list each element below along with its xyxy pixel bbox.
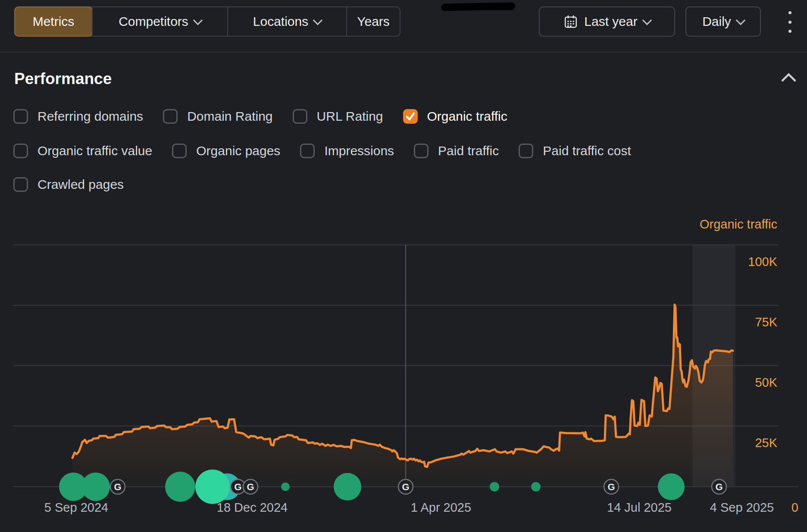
- tab-competitors-label: Competitors: [119, 14, 188, 29]
- google-update-marker[interactable]: [658, 473, 685, 500]
- google-badge-letter: G: [234, 482, 241, 492]
- metric-organic-traffic[interactable]: Organic traffic: [403, 109, 507, 124]
- metric-label: Impressions: [324, 144, 394, 158]
- metric-label: Organic traffic: [427, 109, 507, 124]
- analytics-screen: GGGGGG Organic traffic 100K75K50K25K05 S…: [0, 0, 807, 532]
- google-update-marker[interactable]: [165, 472, 195, 502]
- date-range-button[interactable]: Last year: [539, 6, 675, 37]
- metric-label: Crawled pages: [38, 177, 124, 192]
- chevron-down-icon: [736, 16, 746, 25]
- metric-paid-traffic[interactable]: Paid traffic: [414, 144, 499, 158]
- tab-years-label: Years: [357, 14, 390, 29]
- collapse-section-button[interactable]: [781, 73, 796, 84]
- granularity-button[interactable]: Daily: [685, 6, 761, 37]
- checkbox-unchecked[interactable]: [13, 177, 28, 192]
- metric-label: Organic traffic value: [38, 144, 152, 158]
- metric-label: Referring domains: [38, 109, 143, 124]
- chevron-down-icon: [193, 16, 203, 25]
- toolbar-divider: [0, 52, 807, 53]
- chevron-down-icon: [642, 16, 652, 25]
- google-badge-letter: G: [607, 482, 615, 492]
- metrics-row-1: Referring domains Domain Rating URL Rati…: [13, 109, 507, 124]
- metric-domain-rating[interactable]: Domain Rating: [163, 109, 272, 124]
- tab-metrics-label: Metrics: [33, 14, 75, 29]
- checkbox-unchecked[interactable]: [163, 109, 178, 124]
- metric-label: Paid traffic: [438, 144, 499, 158]
- metric-label: Domain Rating: [187, 109, 272, 124]
- checkbox-unchecked[interactable]: [519, 144, 533, 158]
- google-badge-letter: G: [715, 482, 723, 492]
- google-update-marker[interactable]: [195, 469, 230, 504]
- checkbox-unchecked[interactable]: [13, 144, 28, 158]
- check-icon: [403, 109, 418, 124]
- checkbox-unchecked[interactable]: [13, 109, 28, 124]
- chevron-down-icon: [313, 16, 323, 25]
- granularity-label: Daily: [702, 14, 731, 29]
- checkbox-unchecked[interactable]: [414, 144, 429, 158]
- metric-paid-traffic-cost[interactable]: Paid traffic cost: [519, 144, 631, 158]
- metric-label: Paid traffic cost: [543, 144, 631, 158]
- organic-traffic-chart[interactable]: GGGGGG: [0, 0, 807, 532]
- google-update-marker[interactable]: [490, 482, 499, 491]
- tab-locations-label: Locations: [253, 14, 308, 29]
- calendar-icon: [563, 14, 578, 29]
- redacted-area: [474, 6, 514, 10]
- google-update-marker[interactable]: [334, 473, 361, 501]
- tab-locations[interactable]: Locations: [227, 7, 346, 36]
- page-title: Performance: [14, 70, 112, 88]
- tab-metrics[interactable]: Metrics: [14, 6, 93, 37]
- google-update-marker[interactable]: [531, 482, 541, 491]
- google-badge-letter: G: [402, 482, 409, 492]
- metric-crawled-pages[interactable]: Crawled pages: [13, 177, 124, 192]
- metric-impressions[interactable]: Impressions: [300, 144, 394, 158]
- metric-organic-pages[interactable]: Organic pages: [172, 144, 280, 158]
- google-badge-letter: G: [247, 482, 254, 492]
- checkbox-unchecked[interactable]: [293, 109, 307, 124]
- tab-competitors[interactable]: Competitors: [92, 7, 227, 36]
- metric-url-rating[interactable]: URL Rating: [293, 109, 383, 124]
- view-tabs: Metrics Competitors Locations Years: [14, 6, 400, 37]
- tab-years[interactable]: Years: [346, 7, 400, 36]
- google-update-marker[interactable]: [81, 473, 110, 501]
- checkbox-unchecked[interactable]: [172, 144, 187, 158]
- google-badge-letter: G: [114, 482, 121, 492]
- checkbox-unchecked[interactable]: [300, 144, 315, 158]
- checkbox-checked[interactable]: [403, 109, 418, 124]
- metric-label: Organic pages: [196, 144, 280, 158]
- metrics-row-3: Crawled pages: [13, 177, 124, 192]
- metric-organic-traffic-value[interactable]: Organic traffic value: [13, 144, 152, 158]
- google-update-marker[interactable]: [281, 482, 290, 491]
- kebab-menu-icon[interactable]: [785, 11, 795, 33]
- metric-label: URL Rating: [317, 109, 383, 124]
- metrics-row-2: Organic traffic value Organic pages Impr…: [13, 144, 631, 158]
- date-range-label: Last year: [584, 14, 637, 29]
- metric-referring-domains[interactable]: Referring domains: [13, 109, 143, 124]
